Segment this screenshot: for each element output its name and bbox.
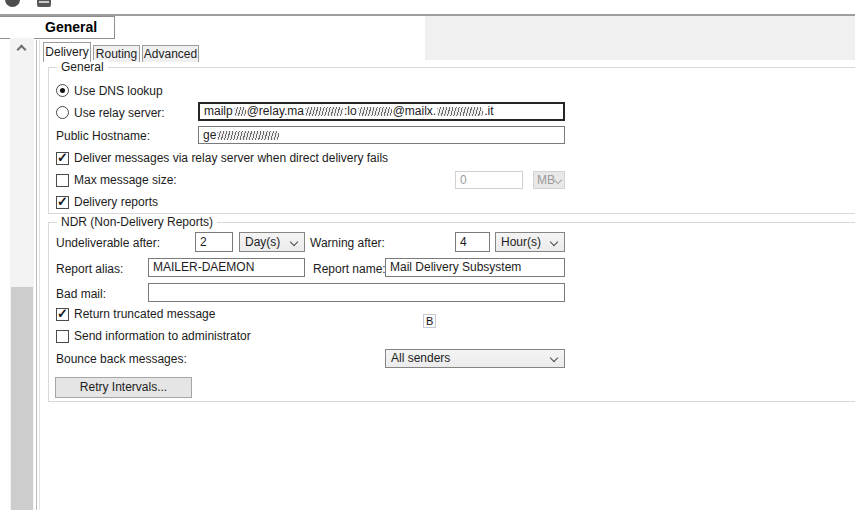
chevron-up-icon [17,45,27,55]
warning-after-label: Warning after: [310,236,385,250]
send-admin-checkbox[interactable] [56,330,69,343]
use-dns-lookup-radio[interactable] [56,84,69,97]
use-relay-server-label: Use relay server: [74,106,165,120]
return-truncated-checkbox[interactable] [56,308,69,321]
censored-scribble [217,131,279,140]
max-message-size-label: Max message size: [74,173,177,187]
report-name-label: Report name: [313,262,386,276]
return-truncated-label: Return truncated message [74,307,215,321]
relay-value-part: :lo [344,104,357,118]
censored-scribble [305,107,343,116]
send-admin-label: Send information to administrator [74,329,251,343]
use-dns-lookup-label: Use DNS lookup [74,84,163,98]
stray-character: B [423,314,436,328]
relay-value-part: @mailx. [393,104,437,118]
delivery-reports-checkbox[interactable] [56,196,69,209]
warning-unit-value: Hour(s) [501,235,541,249]
retry-intervals-button[interactable]: Retry Intervals... [55,377,192,398]
panel-divider-light [39,40,40,510]
toolbar-round-icon[interactable] [5,0,20,7]
relay-value-part: @relay.ma [247,104,304,118]
relay-value-part: mailp [204,104,233,118]
chevron-down-icon [554,176,562,184]
undeliverable-after-input[interactable]: 2 [195,232,233,252]
relay-value-part: .it [484,104,493,118]
tab-delivery[interactable]: Delivery [43,42,91,62]
public-hostname-label: Public Hostname: [56,129,150,143]
warning-unit-select[interactable]: Hour(s) [495,232,565,252]
relay-server-input[interactable]: mailp@relay.ma:lo@mailx..it [198,102,565,121]
max-size-value-input: 0 [455,171,523,189]
delivery-reports-label: Delivery reports [74,195,158,209]
censored-scribble [437,107,483,116]
undeliverable-after-label: Undeliverable after: [56,236,160,250]
mail-admin-window: General Delivery Routing Advanced Genera… [0,0,855,515]
chevron-down-icon [550,238,558,246]
warning-after-input[interactable]: 4 [455,232,490,252]
max-size-unit-value: MB [537,173,555,187]
page-title: General [45,19,97,35]
groupbox-title: General [57,60,108,74]
chevron-down-icon [290,238,298,246]
max-size-unit-select: MB [533,171,565,189]
report-name-input[interactable]: Mail Delivery Subsystem [385,258,565,277]
header-gray-band [425,16,855,60]
public-hostname-input[interactable]: ge [198,126,565,144]
scrollbar-up-button[interactable] [10,38,34,58]
chevron-down-icon [550,354,558,362]
bounce-back-value: All senders [391,351,450,365]
deliver-via-relay-checkbox[interactable] [56,152,69,165]
use-relay-server-radio[interactable] [56,106,69,119]
censored-scribble [234,107,246,116]
deliver-via-relay-label: Deliver messages via relay server when d… [74,151,388,165]
tree-scrollbar-thumb[interactable] [11,287,33,510]
undeliverable-unit-value: Day(s) [245,235,280,249]
toolbar-window-icon[interactable] [37,0,51,7]
groupbox-title: NDR (Non-Delivery Reports) [57,215,217,229]
censored-scribble [358,107,392,116]
undeliverable-unit-select[interactable]: Day(s) [239,232,305,252]
bad-mail-label: Bad mail: [56,287,106,301]
max-message-size-checkbox[interactable] [56,174,69,187]
hostname-value-part: ge [203,128,216,142]
panel-divider [36,40,37,510]
bounce-back-label: Bounce back messages: [56,352,187,366]
report-alias-label: Report alias: [56,262,123,276]
bounce-back-select[interactable]: All senders [385,349,565,368]
tab-advanced[interactable]: Advanced [142,45,199,62]
bad-mail-input[interactable] [148,283,565,302]
report-alias-input[interactable]: MAILER-DAEMON [148,258,305,277]
